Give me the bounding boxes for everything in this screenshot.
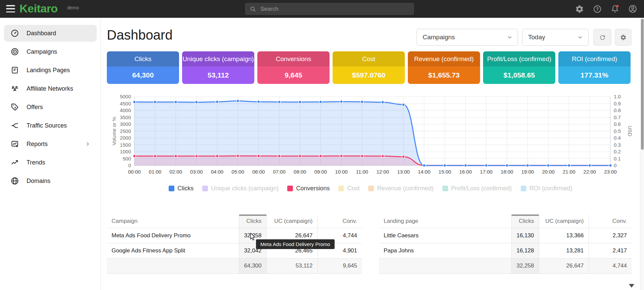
help-icon[interactable]: ? <box>593 4 602 13</box>
svg-text:0.5: 0.5 <box>614 128 621 134</box>
svg-text:12:00: 12:00 <box>377 169 389 175</box>
gear-icon <box>620 34 627 41</box>
campaigns-icon <box>10 47 19 56</box>
stat-card-value: $597.0760 <box>333 66 405 84</box>
legend-swatch <box>287 186 293 191</box>
totals-cell: 32,258 <box>511 258 539 274</box>
sidebar-item-reports[interactable]: Reports <box>4 136 97 152</box>
reports-icon <box>10 140 19 149</box>
stat-card-cost: Cost$597.0760 <box>333 51 405 84</box>
totals-cell: 26,647 <box>539 258 589 274</box>
legend-swatch <box>442 186 448 191</box>
totals-row: 32,25826,6474,744 <box>379 258 632 274</box>
legend-item-profit-loss-confirmed[interactable]: Profit/Loss (confirmed) <box>442 185 512 192</box>
legend-swatch <box>521 186 526 191</box>
svg-text:0.6: 0.6 <box>614 121 621 127</box>
row-name-cell[interactable]: Papa Johns <box>379 243 511 258</box>
chart-legend: ClicksUnique clicks (campaign)Conversion… <box>107 185 634 192</box>
dashboard-chart[interactable]: 005000.110000.215000.320000.425000.53000… <box>107 95 634 179</box>
legend-item-revenue-confirmed[interactable]: Revenue (confirmed) <box>368 185 433 192</box>
legend-item-roi-confirmed[interactable]: ROI (confirmed) <box>521 185 572 192</box>
stat-card-value: $1,058.65 <box>483 66 555 84</box>
logo-demo-badge: demo <box>67 5 79 10</box>
sidebar-item-trends[interactable]: Trends <box>4 154 97 171</box>
notifications-bell-icon[interactable] <box>610 4 619 13</box>
svg-text:05:00: 05:00 <box>231 169 244 175</box>
table-row[interactable]: Little Caesars16,13013,3662,327 <box>379 228 632 243</box>
svg-text:0.9: 0.9 <box>614 101 621 106</box>
legend-label: Clicks <box>177 185 194 192</box>
stat-card-label: Revenue (confirmed) <box>408 51 480 66</box>
sort-indicator <box>239 214 266 216</box>
totals-cell: 64,300 <box>239 258 266 274</box>
sidebar-item-label: Dashboard <box>27 30 56 37</box>
stat-card-label: ROI (confirmed) <box>558 51 631 66</box>
app-logo[interactable]: Keitaro <box>19 2 58 15</box>
row-name-cell[interactable]: Meta Ads Food Delivery Promo <box>107 228 239 243</box>
table-row[interactable]: Papa Johns16,12813,2812,417 <box>379 243 632 258</box>
row-name-cell[interactable]: Google Ads Fitness App Split <box>107 243 239 258</box>
legend-item-cost[interactable]: Cost <box>338 185 359 192</box>
svg-text:4500: 4500 <box>120 101 131 106</box>
scrollbar-thumb[interactable] <box>641 19 644 150</box>
campaigns-filter-select[interactable]: Campaigns <box>417 29 518 46</box>
svg-text:00:00: 00:00 <box>128 169 141 175</box>
chevron-right-icon <box>85 141 91 147</box>
mouse-cursor <box>249 233 257 242</box>
column-header-uc-campaign[interactable]: UC (campaign) <box>539 214 589 228</box>
svg-text:0.1: 0.1 <box>614 156 621 161</box>
svg-text:13:00: 13:00 <box>397 169 410 175</box>
svg-text:20:00: 20:00 <box>542 169 555 175</box>
legend-item-unique-clicks-campaign[interactable]: Unique clicks (campaign) <box>202 185 278 192</box>
svg-text:0.3: 0.3 <box>614 142 621 148</box>
trends-icon <box>10 158 19 167</box>
date-range-select[interactable]: Today <box>522 29 589 46</box>
svg-text:08:00: 08:00 <box>294 169 306 175</box>
scroll-down-arrow-icon[interactable] <box>629 284 634 288</box>
row-name-cell[interactable]: Little Caesars <box>379 228 511 243</box>
column-header-conv[interactable]: Conv. <box>317 214 362 228</box>
hamburger-menu-icon[interactable] <box>6 5 15 12</box>
sort-indicator <box>512 214 539 216</box>
legend-label: ROI (confirmed) <box>529 185 572 192</box>
row-value-cell: 16,130 <box>511 228 539 243</box>
svg-text:5000: 5000 <box>120 95 131 99</box>
traffic-sources-icon <box>10 121 19 130</box>
column-header-campaign[interactable]: Campaign <box>107 214 239 228</box>
sidebar-item-domains[interactable]: Domains <box>4 173 97 189</box>
sidebar-item-offers[interactable]: $Offers <box>4 99 97 115</box>
dashboard-settings-button[interactable] <box>615 29 632 46</box>
column-header-landing-page[interactable]: Landing page <box>379 214 511 228</box>
page-title: Dashboard <box>107 28 173 43</box>
svg-text:21:00: 21:00 <box>563 169 575 175</box>
sidebar-item-traffic-sources[interactable]: Traffic Sources <box>4 117 97 134</box>
legend-item-conversions[interactable]: Conversions <box>287 185 330 192</box>
sidebar-item-landings-pages[interactable]: Landings Pages <box>4 62 97 79</box>
campaigns-filter-value: Campaigns <box>423 34 455 41</box>
sidebar-item-label: Trends <box>27 159 45 166</box>
stat-card-profit-loss-confirmed: Profit/Loss (confirmed)$1,058.65 <box>483 51 555 84</box>
svg-text:10:00: 10:00 <box>335 169 348 175</box>
stat-card-value: 9,645 <box>257 66 330 84</box>
user-account-icon[interactable] <box>628 4 637 13</box>
svg-text:USD: USD <box>627 126 633 137</box>
row-value-cell: 13,366 <box>539 228 589 243</box>
column-header-clicks[interactable]: Clicks <box>239 214 266 228</box>
totals-cell: 4,744 <box>589 258 632 274</box>
svg-text:0: 0 <box>614 162 616 168</box>
legend-label: Revenue (confirmed) <box>377 185 433 192</box>
column-header-uc-campaign[interactable]: UC (campaign) <box>266 214 317 228</box>
sidebar-item-dashboard[interactable]: Dashboard <box>4 25 97 42</box>
page-scrollbar[interactable] <box>640 18 644 290</box>
search-input[interactable] <box>256 6 414 12</box>
settings-gear-icon[interactable] <box>575 4 584 13</box>
svg-text:23:00: 23:00 <box>604 169 617 175</box>
stat-card-label: Clicks <box>107 51 179 66</box>
column-header-clicks[interactable]: Clicks <box>511 214 539 228</box>
refresh-button[interactable] <box>593 29 611 46</box>
legend-item-clicks[interactable]: Clicks <box>169 185 194 192</box>
sidebar-item-affiliate-networks[interactable]: Affiliate Networks <box>4 80 97 97</box>
svg-text:?: ? <box>596 6 599 11</box>
sidebar-item-campaigns[interactable]: Campaigns <box>4 43 97 60</box>
column-header-conv[interactable]: Conv. <box>589 214 632 228</box>
